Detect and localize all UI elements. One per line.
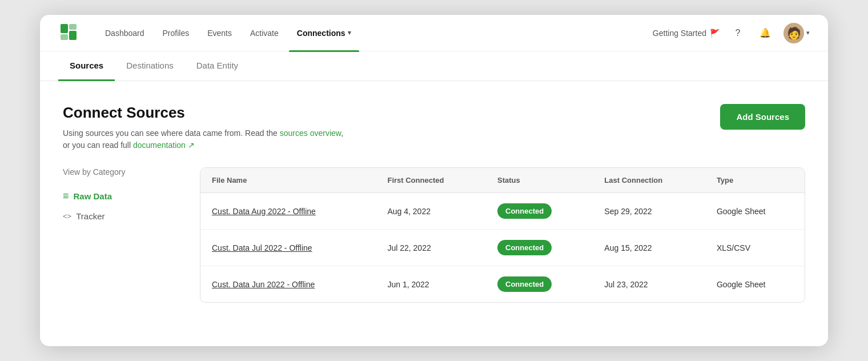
- nav-events[interactable]: Events: [199, 24, 240, 42]
- getting-started-label: Getting Started: [653, 29, 706, 38]
- tab-sources[interactable]: Sources: [58, 51, 115, 81]
- cell-file-name: Cust. Data Jul 2022 - Offline: [200, 230, 376, 266]
- external-link-icon: ↗: [188, 141, 195, 150]
- nav-profiles[interactable]: Profiles: [155, 24, 198, 42]
- page-header-left: Connect Sources Using sources you can se…: [63, 104, 343, 151]
- table-header-row: File Name First Connected Status Last Co…: [200, 168, 805, 193]
- svg-rect-1: [61, 24, 68, 33]
- svg-rect-3: [69, 24, 77, 30]
- table-body: Cust. Data Aug 2022 - Offline Aug 4, 202…: [200, 193, 805, 303]
- status-badge: Connected: [497, 203, 552, 219]
- help-button[interactable]: ?: [729, 24, 747, 42]
- cell-first-connected: Jun 1, 2022: [376, 266, 486, 303]
- file-name-link[interactable]: Cust. Data Jul 2022 - Offline: [212, 243, 312, 252]
- flag-icon: 🚩: [710, 29, 720, 38]
- documentation-link[interactable]: documentation ↗: [133, 141, 195, 150]
- cell-type: XLS/CSV: [705, 230, 805, 266]
- table-row: Cust. Data Jun 2022 - Offline Jun 1, 202…: [200, 266, 805, 303]
- sources-table-container: File Name First Connected Status Last Co…: [200, 167, 805, 303]
- sidebar-title: View by Category: [63, 167, 177, 177]
- nav-activate[interactable]: Activate: [242, 24, 287, 42]
- col-last-connection: Last Connection: [593, 168, 705, 193]
- cell-first-connected: Jul 22, 2022: [376, 230, 486, 266]
- sidebar-item-raw-data-label: Raw Data: [74, 191, 112, 201]
- add-sources-button[interactable]: Add Sources: [720, 104, 805, 130]
- nav-dashboard[interactable]: Dashboard: [97, 24, 152, 42]
- app-window: Dashboard Profiles Events Activate Conne…: [40, 15, 828, 346]
- cell-last-connection: Aug 15, 2022: [593, 230, 705, 266]
- top-nav: Dashboard Profiles Events Activate Conne…: [40, 15, 828, 51]
- file-name-link[interactable]: Cust. Data Jun 2022 - Offline: [212, 280, 315, 289]
- cell-type: Google Sheet: [705, 193, 805, 230]
- cell-first-connected: Aug 4, 2022: [376, 193, 486, 230]
- nav-connections[interactable]: Connections ▾: [289, 24, 359, 42]
- content-layout: View by Category ≡ Raw Data <> Tracker F…: [63, 167, 805, 303]
- cell-last-connection: Jul 23, 2022: [593, 266, 705, 303]
- nav-links: Dashboard Profiles Events Activate Conne…: [97, 24, 648, 42]
- bell-icon: 🔔: [760, 27, 771, 38]
- table-row: Cust. Data Jul 2022 - Offline Jul 22, 20…: [200, 230, 805, 266]
- svg-rect-4: [69, 31, 77, 40]
- file-name-link[interactable]: Cust. Data Aug 2022 - Offline: [212, 207, 316, 216]
- sidebar: View by Category ≡ Raw Data <> Tracker: [63, 167, 177, 303]
- col-file-name: File Name: [200, 168, 376, 193]
- avatar-chevron-icon: ▾: [806, 29, 810, 37]
- logo[interactable]: [58, 22, 93, 45]
- page-header: Connect Sources Using sources you can se…: [63, 104, 805, 151]
- question-icon: ?: [736, 28, 741, 38]
- raw-data-icon: ≡: [63, 190, 69, 202]
- tracker-icon: <>: [63, 212, 71, 220]
- sidebar-item-tracker[interactable]: <> Tracker: [63, 207, 177, 226]
- nav-right: Getting Started 🚩 ? 🔔 🧑 ▾: [653, 23, 810, 43]
- getting-started-link[interactable]: Getting Started 🚩: [653, 29, 720, 38]
- cell-file-name: Cust. Data Jun 2022 - Offline: [200, 266, 376, 303]
- main-content: Connect Sources Using sources you can se…: [40, 81, 828, 326]
- user-menu[interactable]: 🧑 ▾: [783, 23, 810, 43]
- connections-chevron-icon: ▾: [348, 29, 351, 37]
- cell-status: Connected: [486, 266, 593, 303]
- svg-rect-2: [61, 34, 68, 40]
- cell-status: Connected: [486, 230, 593, 266]
- table-row: Cust. Data Aug 2022 - Offline Aug 4, 202…: [200, 193, 805, 230]
- cell-file-name: Cust. Data Aug 2022 - Offline: [200, 193, 376, 230]
- col-type: Type: [705, 168, 805, 193]
- page-description: Using sources you can see where data cam…: [63, 127, 343, 151]
- page-title: Connect Sources: [63, 104, 343, 122]
- status-badge: Connected: [497, 240, 552, 255]
- status-badge: Connected: [497, 276, 552, 292]
- tab-destinations[interactable]: Destinations: [115, 51, 185, 81]
- sidebar-item-tracker-label: Tracker: [76, 211, 105, 221]
- tab-data-entity[interactable]: Data Entity: [185, 51, 250, 81]
- cell-last-connection: Sep 29, 2022: [593, 193, 705, 230]
- col-status: Status: [486, 168, 593, 193]
- sub-nav: Sources Destinations Data Entity: [40, 51, 828, 81]
- notifications-button[interactable]: 🔔: [756, 24, 774, 42]
- cell-status: Connected: [486, 193, 593, 230]
- sidebar-item-raw-data[interactable]: ≡ Raw Data: [63, 186, 177, 207]
- sources-table: File Name First Connected Status Last Co…: [200, 168, 805, 302]
- col-first-connected: First Connected: [376, 168, 486, 193]
- avatar: 🧑: [783, 23, 804, 43]
- cell-type: Google Sheet: [705, 266, 805, 303]
- sources-overview-link[interactable]: sources overview: [280, 129, 341, 138]
